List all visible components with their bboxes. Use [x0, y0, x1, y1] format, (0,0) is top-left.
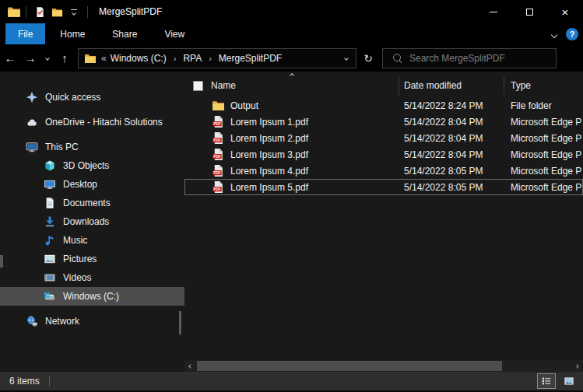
left-edge-scrollbar-thumb[interactable] — [0, 255, 3, 268]
sidebar-item-documents[interactable]: Documents — [0, 194, 184, 212]
chevron-down-icon — [344, 56, 349, 61]
file-name: Lorem Ipsum 4.pdf — [230, 166, 308, 177]
address-bar[interactable]: « Windows (C:) › RPA › MergeSplitPDF — [78, 48, 356, 68]
horizontal-scrollbar-thumb[interactable] — [197, 361, 502, 371]
status-separator — [49, 376, 50, 387]
desktop-icon — [44, 178, 56, 191]
qat-separator — [26, 6, 26, 18]
name-cell: Lorem Ipsum 3.pdf — [184, 148, 399, 161]
scroll-right-button[interactable] — [571, 360, 583, 372]
file-row-lorem-ipsum-5[interactable]: Lorem Ipsum 5.pdf 5/14/2022 8:05 PM Micr… — [184, 179, 583, 195]
sidebar-item-3d-objects[interactable]: 3D Objects — [0, 156, 184, 175]
up-button[interactable]: ↑ — [54, 47, 75, 69]
title-bar: MergeSplitPDF × — [0, 0, 583, 23]
sidebar-item-onedrive[interactable]: OneDrive - Hitachi Solutions — [0, 113, 184, 131]
breadcrumb-separator: › — [204, 54, 216, 63]
recent-locations-button[interactable] — [40, 47, 54, 69]
breadcrumb-segment-rpa[interactable]: RPA — [181, 53, 204, 64]
file-row-lorem-ipsum-2[interactable]: Lorem Ipsum 2.pdf 5/14/2022 8:04 PM Micr… — [184, 130, 583, 146]
column-label: Name — [211, 80, 236, 91]
minimize-button[interactable] — [476, 0, 511, 23]
items-count: 6 items — [9, 376, 40, 387]
qat-customize-button[interactable] — [65, 2, 83, 21]
file-list-pane: Name Date modified Type Output 5/14/2022… — [184, 72, 583, 372]
search-input[interactable] — [409, 53, 542, 64]
downloads-icon — [44, 215, 56, 228]
recent-locations-chevron-icon — [45, 56, 50, 61]
sidebar-scrollbar-thumb[interactable] — [179, 311, 181, 334]
file-name: Lorem Ipsum 3.pdf — [230, 149, 308, 160]
breadcrumb-segment-mergesplitpdf[interactable]: MergeSplitPDF — [216, 53, 284, 64]
column-header-date-modified[interactable]: Date modified — [399, 76, 504, 95]
sidebar-item-label: Documents — [63, 198, 111, 208]
view-buttons — [537, 373, 578, 389]
chevron-right-icon — [574, 364, 579, 369]
sidebar-item-label: Downloads — [63, 216, 109, 227]
tab-share[interactable]: Share — [100, 23, 149, 44]
sidebar-item-pictures[interactable]: Pictures — [0, 250, 184, 268]
file-row-output[interactable]: Output 5/14/2022 8:24 PM File folder — [184, 97, 583, 114]
chevron-down-icon — [72, 11, 76, 16]
qat-customize-bar — [71, 9, 77, 10]
pdf-icon — [212, 164, 225, 177]
tab-file[interactable]: File — [5, 23, 45, 44]
sidebar-item-music[interactable]: Music — [0, 231, 184, 250]
ribbon-tab-bar: File Home Share View ? — [0, 23, 583, 44]
status-bar: 6 items — [0, 372, 583, 392]
pdf-icon — [212, 115, 225, 128]
close-button[interactable]: × — [547, 0, 583, 23]
qat-new-folder-button[interactable] — [48, 2, 65, 21]
horizontal-scrollbar[interactable] — [184, 360, 583, 372]
type-cell: Microsoft Edge P — [504, 117, 583, 128]
search-box[interactable] — [382, 48, 557, 68]
file-row-lorem-ipsum-1[interactable]: Lorem Ipsum 1.pdf 5/14/2022 8:04 PM Micr… — [184, 114, 583, 130]
folder-icon — [212, 99, 225, 112]
sidebar-item-downloads[interactable]: Downloads — [0, 212, 184, 231]
column-header-name[interactable]: Name — [184, 76, 399, 95]
sidebar-item-windows-c[interactable]: Windows (C:) — [0, 287, 184, 306]
music-icon — [44, 234, 56, 247]
tab-view[interactable]: View — [152, 23, 197, 44]
help-button[interactable]: ? — [566, 28, 578, 40]
sidebar-item-label: 3D Objects — [63, 160, 109, 171]
select-all-checkbox[interactable] — [193, 81, 203, 91]
qat-properties-button[interactable] — [31, 2, 48, 21]
sort-ascending-icon — [290, 73, 294, 78]
scroll-left-button[interactable] — [184, 360, 197, 372]
back-button[interactable]: ← — [0, 47, 20, 69]
sidebar-item-label: Network — [45, 316, 79, 327]
column-label: Type — [511, 80, 531, 91]
breadcrumb-segment-drive[interactable]: Windows (C:) — [108, 53, 169, 64]
type-cell: Microsoft Edge P — [504, 166, 583, 177]
sidebar-item-network[interactable]: Network — [0, 312, 184, 331]
ribbon-expand-button[interactable] — [552, 29, 557, 40]
pdf-icon — [212, 131, 225, 145]
forward-button[interactable]: → — [20, 47, 40, 69]
tab-home[interactable]: Home — [47, 23, 97, 44]
sidebar-item-this-pc[interactable]: This PC — [0, 138, 184, 156]
refresh-button[interactable]: ↻ — [356, 47, 380, 69]
network-icon — [26, 315, 38, 327]
maximize-button[interactable] — [511, 0, 547, 23]
navigation-bar: ← → ↑ « Windows (C:) › RPA › MergeSplitP… — [0, 44, 583, 72]
large-icons-view-button[interactable] — [560, 373, 578, 389]
sidebar-item-quick-access[interactable]: Quick access — [0, 88, 184, 107]
breadcrumb-overflow[interactable]: « — [101, 53, 108, 64]
file-name: Lorem Ipsum 5.pdf — [230, 182, 308, 193]
sidebar-item-label: OneDrive - Hitachi Solutions — [45, 117, 163, 128]
column-header-type[interactable]: Type — [504, 76, 583, 95]
sidebar-item-desktop[interactable]: Desktop — [0, 175, 184, 194]
file-row-lorem-ipsum-4[interactable]: Lorem Ipsum 4.pdf 5/14/2022 8:05 PM Micr… — [184, 163, 583, 179]
sidebar-item-label: Quick access — [45, 92, 100, 103]
file-row-lorem-ipsum-3[interactable]: Lorem Ipsum 3.pdf 5/14/2022 8:04 PM Micr… — [184, 146, 583, 163]
qat-separator — [87, 6, 88, 18]
details-view-button[interactable] — [537, 373, 556, 389]
type-cell: Microsoft Edge P — [504, 149, 583, 160]
date-modified-cell: 5/14/2022 8:05 PM — [399, 182, 504, 193]
type-cell: File folder — [504, 100, 583, 111]
date-modified-cell: 5/14/2022 8:04 PM — [399, 133, 504, 144]
address-dropdown-button[interactable] — [337, 57, 356, 60]
sidebar-item-videos[interactable]: Videos — [0, 268, 184, 287]
explorer-app-icon — [7, 5, 21, 19]
file-rows: Output 5/14/2022 8:24 PM File folder Lor… — [184, 97, 583, 360]
